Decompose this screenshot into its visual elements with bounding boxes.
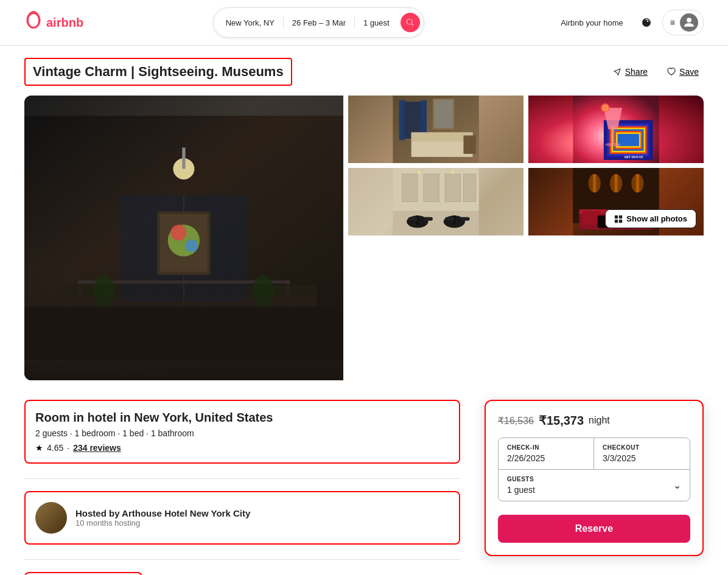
content-booking-layout: Room in hotel in New York, United States…	[24, 400, 704, 575]
svg-point-33	[418, 171, 421, 174]
search-dates[interactable]: 26 Feb – 3 Mar	[284, 17, 355, 29]
photo-grid-right2: ART HOUSE	[528, 96, 704, 235]
host-info: Hosted by Arthouse Hotel New York City 1…	[75, 508, 250, 528]
dates-grid: CHECK-IN 2/26/2025 CHECKOUT 3/3/2025 GUE…	[498, 437, 690, 501]
checkout-cell[interactable]: CHECKOUT 3/3/2025	[594, 438, 690, 470]
svg-rect-77	[619, 215, 622, 218]
guests-cell[interactable]: GUESTS 1 guest ⌄	[499, 470, 690, 501]
svg-rect-68	[636, 174, 639, 192]
booking-widget: ₹16,536 ₹15,373 night CHECK-IN 2/26/2025…	[485, 400, 704, 556]
svg-rect-1	[24, 307, 343, 360]
listing-content: Room in hotel in New York, United States…	[24, 400, 460, 575]
listing-title: Vintage Charm | Sightseeing. Museums	[24, 58, 292, 86]
listing-location: Room in hotel in New York, United States	[35, 411, 449, 425]
show-all-photos-button[interactable]: Show all photos	[605, 209, 696, 228]
dates-row: CHECK-IN 2/26/2025 CHECKOUT 3/3/2025	[499, 438, 690, 470]
star-icon: ★	[35, 443, 43, 453]
logo[interactable]: airbnb	[24, 11, 83, 35]
guests-value: 1 guest	[507, 485, 535, 495]
svg-rect-32	[463, 174, 475, 201]
svg-rect-42	[460, 217, 469, 221]
svg-rect-24	[463, 136, 475, 154]
host-name: Hosted by Arthouse Hotel New York City	[75, 508, 250, 518]
svg-point-10	[186, 240, 198, 253]
main-photo-img	[24, 96, 343, 380]
listing-specs: 2 guests · 1 bedroom · 1 bed · 1 bathroo…	[35, 428, 449, 438]
svg-point-34	[451, 171, 454, 174]
chevron-down-icon: ⌄	[673, 479, 681, 491]
guests-left: GUESTS 1 guest	[507, 476, 535, 495]
checkin-value: 2/26/2025	[507, 453, 585, 463]
svg-rect-3	[67, 286, 317, 296]
svg-rect-14	[286, 281, 290, 307]
search-location[interactable]: New York, NY	[217, 17, 284, 29]
header: airbnb New York, NY 26 Feb – 3 Mar 1 gue…	[0, 0, 728, 46]
photo-cocktail[interactable]: ART HOUSE	[528, 96, 704, 163]
lots-nearby-box[interactable]: Lots to do nearby	[24, 572, 142, 575]
svg-rect-78	[615, 219, 618, 222]
price-current: ₹15,373	[539, 413, 584, 428]
header-right: Airbnb your home ≡	[553, 10, 704, 35]
menu-icon: ≡	[670, 18, 675, 27]
language-button[interactable]	[637, 13, 656, 32]
svg-point-17	[253, 275, 274, 307]
rating-value: 4.65	[47, 443, 63, 453]
svg-rect-41	[445, 217, 454, 221]
search-guests[interactable]: 1 guest	[355, 17, 398, 29]
svg-rect-13	[77, 281, 82, 307]
svg-rect-26	[434, 100, 452, 128]
main-content: Vintage Charm | Sightseeing. Museums Sha…	[0, 46, 728, 575]
checkin-cell[interactable]: CHECK-IN 2/26/2025	[499, 438, 594, 470]
host-avatar	[35, 502, 67, 534]
svg-rect-15	[77, 281, 290, 284]
user-menu[interactable]: ≡	[662, 10, 704, 35]
save-button[interactable]: Save	[662, 63, 704, 80]
svg-rect-30	[424, 174, 439, 201]
svg-rect-2	[51, 296, 317, 307]
svg-rect-55	[612, 130, 614, 145]
svg-rect-52	[617, 134, 639, 146]
svg-rect-20	[399, 100, 405, 141]
svg-point-56	[605, 143, 620, 147]
svg-point-9	[170, 225, 186, 240]
svg-rect-12	[182, 148, 185, 169]
host-duration: 10 months hosting	[75, 518, 250, 528]
svg-rect-37	[408, 217, 417, 221]
listing-info-box: Room in hotel in New York, United States…	[24, 400, 460, 464]
guests-label: GUESTS	[507, 476, 535, 483]
booking-card: ₹16,536 ₹15,373 night CHECK-IN 2/26/2025…	[485, 400, 704, 556]
price-row: ₹16,536 ₹15,373 night	[498, 413, 690, 428]
search-button[interactable]	[401, 13, 420, 32]
checkout-value: 3/3/2025	[603, 453, 681, 463]
title-row: Vintage Charm | Sightseeing. Museums Sha…	[24, 58, 704, 86]
photo-bedroom[interactable]	[348, 96, 523, 163]
rating-separator: ·	[67, 443, 69, 453]
photo-warmbar[interactable]: Show all photos	[528, 168, 704, 235]
svg-rect-29	[402, 174, 417, 201]
reserve-button[interactable]: Reserve	[498, 515, 690, 543]
listing-rating: ★ 4.65 · 234 reviews	[35, 443, 449, 453]
host-box: Hosted by Arthouse Hotel New York City 1…	[24, 491, 460, 545]
share-button[interactable]: Share	[608, 63, 653, 80]
host-link[interactable]: Airbnb your home	[553, 13, 631, 32]
svg-rect-31	[445, 174, 460, 201]
photo-lounge[interactable]	[348, 168, 523, 235]
avatar	[680, 13, 698, 32]
checkin-label: CHECK-IN	[507, 444, 585, 451]
checkout-label: CHECKOUT	[603, 444, 681, 451]
photo-grid: ART HOUSE	[24, 96, 704, 380]
svg-rect-66	[593, 174, 596, 192]
photo-grid-right	[348, 96, 523, 235]
search-bar[interactable]: New York, NY 26 Feb – 3 Mar 1 guest	[213, 7, 424, 38]
divider-1	[24, 478, 460, 479]
svg-rect-38	[424, 217, 433, 221]
svg-rect-67	[614, 174, 617, 192]
reviews-link[interactable]: 234 reviews	[73, 443, 121, 453]
svg-rect-76	[615, 215, 618, 218]
airbnb-logo-icon	[24, 11, 43, 35]
divider-2	[24, 559, 460, 560]
svg-point-16	[93, 275, 114, 307]
title-actions: Share Save	[608, 63, 704, 80]
svg-rect-79	[619, 219, 622, 222]
photo-main[interactable]	[24, 96, 343, 380]
